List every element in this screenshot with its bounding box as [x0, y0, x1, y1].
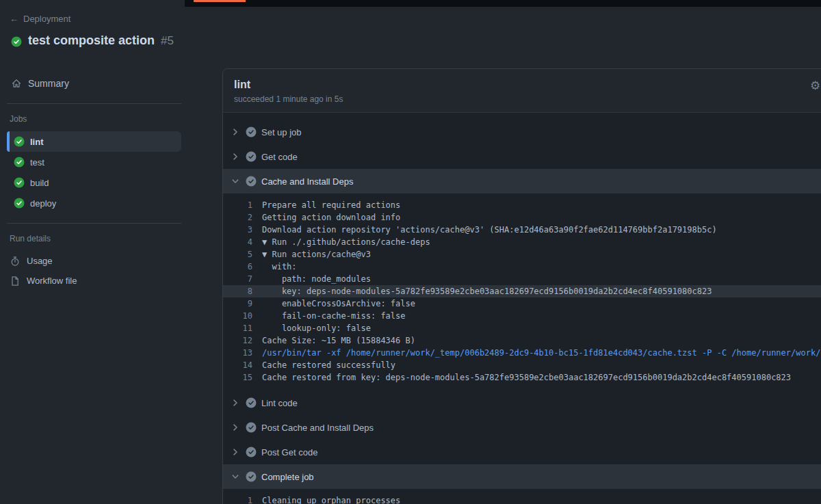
- run-title-row: test composite action #5: [11, 34, 187, 48]
- gear-icon[interactable]: ⚙: [810, 80, 820, 92]
- log-line: 10 fail-on-cache-miss: false: [223, 310, 821, 322]
- step-success-icon: [246, 151, 257, 162]
- step-title: Complete job: [261, 472, 314, 482]
- step-success-icon: [246, 176, 257, 187]
- top-loading-bar: [185, 0, 821, 7]
- line-number[interactable]: 8: [223, 285, 252, 297]
- step-header-cache-and-install-deps[interactable]: Cache and Install Deps: [223, 169, 821, 194]
- step-title: Set up job: [261, 127, 302, 137]
- job-label: test: [30, 157, 44, 168]
- usage-label: Usage: [27, 256, 53, 266]
- step-header-post-get-code[interactable]: Post Get code: [223, 440, 821, 464]
- back-arrow-icon: ←: [10, 14, 18, 24]
- sidebar-item-job-lint[interactable]: lint: [7, 131, 181, 152]
- line-text: Cleaning up orphan processes: [262, 494, 400, 504]
- line-text: Cache Size: ~15 MB (15884346 B): [262, 334, 415, 347]
- stopwatch-icon: [10, 256, 21, 267]
- line-text: /usr/bin/tar -xf /home/runner/work/_temp…: [262, 347, 821, 359]
- step-log-lines: 1Prepare all required actions2Getting ac…: [223, 194, 821, 390]
- jobs-section-label: Jobs: [10, 114, 198, 124]
- loading-bar-accent: [194, 0, 246, 2]
- line-text: fail-on-cache-miss: false: [262, 310, 406, 322]
- step-title: Post Cache and Install Deps: [261, 423, 374, 433]
- sidebar-item-workflow-file[interactable]: Workflow file: [0, 271, 198, 291]
- sidebar-item-job-build[interactable]: build: [7, 172, 181, 193]
- job-success-icon: [14, 198, 25, 209]
- run-details-section-label: Run details: [10, 234, 198, 243]
- steps-list: Set up jobGet codeCache and Install Deps…: [223, 113, 821, 504]
- line-text: ▼ Run actions/cache@v3: [262, 248, 371, 261]
- line-number[interactable]: 15: [223, 371, 252, 384]
- log-job-name: lint: [234, 79, 821, 91]
- sidebar-item-job-test[interactable]: test: [7, 152, 181, 172]
- log-line: 6 with:: [223, 261, 821, 273]
- log-panel: lint succeeded 1 minute ago in 5s ⚙ Set …: [222, 68, 821, 504]
- line-text: ▼ Run ./.github/actions/cache-deps: [262, 236, 430, 248]
- line-text: with:: [262, 261, 297, 273]
- log-line: 1Prepare all required actions: [223, 199, 821, 211]
- chevron-right-icon: [230, 447, 241, 457]
- step-header-post-cache-and-install-deps[interactable]: Post Cache and Install Deps: [223, 415, 821, 440]
- chevron-down-icon: [230, 176, 241, 187]
- line-number[interactable]: 3: [223, 224, 252, 236]
- chevron-right-icon: [230, 127, 241, 137]
- sidebar-item-summary[interactable]: Summary: [0, 73, 198, 94]
- log-line: 3Download action repository 'actions/cac…: [223, 224, 821, 236]
- step-log-lines: 1Cleaning up orphan processes: [223, 489, 821, 504]
- line-number[interactable]: 6: [223, 261, 252, 273]
- line-number[interactable]: 12: [223, 334, 252, 347]
- log-line: 8 key: deps-node-modules-5a782fe93589e2c…: [223, 285, 821, 297]
- chevron-down-icon: [230, 471, 241, 482]
- line-number[interactable]: 1: [223, 494, 252, 504]
- step-success-icon: [246, 447, 257, 457]
- sidebar-divider: [7, 223, 181, 224]
- workflow-file-icon: [10, 276, 21, 287]
- line-number[interactable]: 5: [223, 248, 252, 261]
- job-success-icon: [14, 136, 25, 147]
- line-number[interactable]: 9: [223, 297, 252, 310]
- chevron-right-icon: [230, 397, 241, 408]
- log-line: 5▼ Run actions/cache@v3: [223, 248, 821, 261]
- line-text: enableCrossOsArchive: false: [262, 297, 415, 310]
- log-line: 2Getting action download info: [223, 211, 821, 224]
- back-link-label: Deployment: [23, 14, 70, 24]
- chevron-right-icon: [230, 422, 241, 433]
- log-line: 4▼ Run ./.github/actions/cache-deps: [223, 236, 821, 248]
- sidebar-divider: [7, 103, 181, 104]
- job-success-icon: [14, 177, 25, 188]
- line-number[interactable]: 7: [223, 273, 252, 285]
- log-line: 13/usr/bin/tar -xf /home/runner/work/_te…: [223, 347, 821, 359]
- run-number: #5: [161, 34, 174, 48]
- line-number[interactable]: 1: [223, 199, 252, 211]
- line-text: Cache restored from key: deps-node-modul…: [262, 371, 791, 384]
- jobs-list: linttestbuilddeploy: [0, 131, 198, 213]
- line-number[interactable]: 13: [223, 347, 252, 359]
- sidebar-item-job-deploy[interactable]: deploy: [7, 193, 181, 213]
- step-header-get-code[interactable]: Get code: [223, 144, 821, 169]
- workflow-file-label: Workflow file: [27, 276, 77, 286]
- line-number[interactable]: 2: [223, 211, 252, 224]
- step-header-lint-code[interactable]: Lint code: [223, 390, 821, 415]
- line-text: key: deps-node-modules-5a782fe93589e2cbe…: [262, 285, 712, 297]
- log-line: 15Cache restored from key: deps-node-mod…: [223, 371, 821, 384]
- back-link[interactable]: ← Deployment: [10, 14, 198, 24]
- line-text: Prepare all required actions: [262, 199, 400, 211]
- log-line: 14Cache restored successfully: [223, 359, 821, 371]
- log-line: 12Cache Size: ~15 MB (15884346 B): [223, 334, 821, 347]
- step-success-icon: [246, 471, 257, 482]
- log-line: 1Cleaning up orphan processes: [223, 494, 821, 504]
- step-title: Lint code: [261, 398, 298, 408]
- step-header-complete-job[interactable]: Complete job: [223, 464, 821, 489]
- home-icon: [11, 78, 22, 89]
- line-text: Download action repository 'actions/cach…: [262, 224, 717, 236]
- line-number[interactable]: 10: [223, 310, 252, 322]
- run-success-icon: [11, 36, 22, 47]
- step-header-set-up-job[interactable]: Set up job: [223, 120, 821, 144]
- line-number[interactable]: 11: [223, 322, 252, 334]
- log-status-line: succeeded 1 minute ago in 5s: [234, 94, 821, 104]
- sidebar-item-usage[interactable]: Usage: [0, 251, 198, 271]
- line-number[interactable]: 14: [223, 359, 252, 371]
- line-text: Getting action download info: [262, 211, 400, 224]
- log-line: 7 path: node_modules: [223, 273, 821, 285]
- line-number[interactable]: 4: [223, 236, 252, 248]
